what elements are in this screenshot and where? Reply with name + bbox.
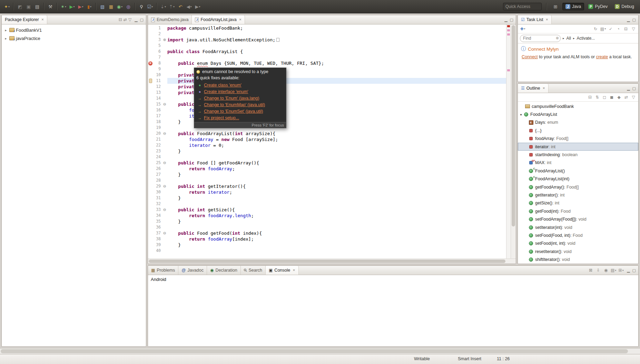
coverage-icon[interactable]: ▮▾	[85, 2, 93, 11]
close-icon[interactable]: ✕	[542, 87, 545, 90]
dropdown-arrow-icon[interactable]: ▾	[151, 5, 153, 8]
code-line[interactable]: 28	[148, 178, 506, 183]
fold-marker-icon[interactable]: ⊖	[162, 160, 167, 166]
pin-console-icon[interactable]: ◉	[602, 267, 609, 274]
expander-open-icon[interactable]: ▾	[519, 113, 523, 117]
minimize-icon[interactable]: ▁	[504, 18, 507, 22]
quick-fix-item[interactable]: →Fix project setup...	[194, 114, 286, 121]
quick-fix-item[interactable]: ●Create class 'enum'	[194, 82, 286, 88]
code-line[interactable]: 24	[148, 154, 506, 160]
code-line[interactable]: 22 iterator = 0;	[148, 142, 506, 148]
collapse-all-icon[interactable]: ⊟	[118, 17, 123, 22]
dropdown-arrow-icon[interactable]: ▾	[8, 5, 10, 8]
view-menu-icon[interactable]: ▽	[630, 94, 637, 101]
quick-fix-link[interactable]: Create interface 'enum'	[204, 89, 248, 94]
outline-item[interactable]: setFood(int, int) : void	[518, 240, 638, 247]
console-output[interactable]: Android	[148, 275, 638, 346]
link-with-editor-icon[interactable]: ⇄	[623, 94, 630, 101]
minimize-icon[interactable]: ▁	[135, 18, 137, 22]
dropdown-arrow-icon[interactable]: ▾	[199, 5, 200, 8]
next-annotation-icon[interactable]: ⇣▾	[159, 2, 167, 11]
clear-find-icon[interactable]: ⊗	[556, 36, 559, 40]
forward-icon[interactable]: ▶▾	[194, 2, 202, 11]
outline-item[interactable]: CFoodArrayList()	[518, 167, 638, 175]
previous-annotation-icon[interactable]: ⇡▾	[168, 2, 176, 11]
code-line[interactable]: 3⊕import java.util.NoSuchElementExceptio…	[148, 37, 506, 43]
outline-item[interactable]: foodArray : Food[]	[518, 135, 638, 143]
close-icon[interactable]: ✕	[545, 18, 548, 21]
code-line[interactable]: 39 }	[148, 242, 506, 248]
task-scope-all-link[interactable]: All	[567, 36, 571, 41]
maximize-icon[interactable]: ▢	[632, 268, 636, 273]
categorized-presentation-icon[interactable]: ▤▾	[600, 26, 607, 32]
code-line[interactable]: 6public class FoodArrayList {	[148, 49, 506, 54]
tab-outline[interactable]: ☰ Outline ✕	[518, 84, 549, 93]
scrollbar-thumb[interactable]	[149, 260, 505, 263]
new-task-icon[interactable]: ✚▾	[519, 26, 526, 32]
hide-static-members-icon[interactable]: ◼	[608, 94, 615, 101]
code-line[interactable]: 36	[148, 224, 506, 230]
outline-item[interactable]: getFood(int) : Food	[518, 207, 638, 215]
outline-item[interactable]: getIterator() : int	[518, 191, 638, 199]
collapse-all-icon[interactable]: ⊟	[587, 94, 593, 101]
outline-item[interactable]: getFoodArray() : Food[]	[518, 183, 638, 191]
synchronize-icon[interactable]: ↻	[592, 26, 599, 32]
hide-fields-icon[interactable]: ◻	[601, 94, 608, 101]
link-with-editor-icon[interactable]: ⇄	[123, 17, 128, 22]
maximize-icon[interactable]: ▢	[510, 18, 513, 22]
quick-fix-link[interactable]: Change to 'EnumMap' (java.util)	[204, 102, 265, 107]
outline-item[interactable]: setFood(Food, int) : Food	[518, 231, 638, 239]
new-package-icon[interactable]: ▦	[107, 2, 115, 11]
overview-ruler[interactable]	[506, 24, 511, 259]
perspective-java-button[interactable]: JJava	[562, 3, 584, 10]
close-icon[interactable]: ✕	[41, 18, 44, 21]
code-line[interactable]: 29⊖ public int getIterator(){	[148, 183, 506, 189]
editor-tab-enumdemo-java[interactable]: JEnumDemo.java	[148, 15, 192, 24]
fold-marker-icon[interactable]: ⊖	[162, 183, 167, 189]
outline-item[interactable]: getSize() : int	[518, 199, 638, 207]
fold-marker-icon[interactable]: ⊕	[162, 37, 167, 43]
collapse-all-tasks-icon[interactable]: ⊟	[622, 26, 629, 32]
dropdown-arrow-icon[interactable]: ▾	[524, 27, 525, 30]
outline-item[interactable]: iterator : int	[518, 143, 638, 151]
code-line[interactable]: 25⊖ public Food [] getFoodArray(){	[148, 160, 506, 166]
code-line[interactable]: 23 }	[148, 148, 506, 154]
mylyn-create-link[interactable]: create	[596, 54, 608, 59]
editor-horizontal-scrollbar[interactable]	[148, 259, 516, 264]
new-interface-icon[interactable]: ◎	[124, 2, 132, 11]
expander-icon[interactable]: ▸	[4, 28, 8, 32]
filter-completed-tasks-icon[interactable]: ✓	[607, 26, 614, 32]
save-icon[interactable]: ◩	[16, 2, 24, 11]
open-search-icon[interactable]: ⚲	[137, 2, 146, 11]
error-marker-icon[interactable]: ✕	[148, 61, 152, 65]
dropdown-arrow-icon[interactable]: ▾	[82, 5, 83, 8]
open-task-icon[interactable]: ☑▾	[146, 2, 154, 11]
maximize-icon[interactable]: ▢	[140, 18, 144, 22]
maximize-icon[interactable]: ▢	[632, 18, 636, 22]
code-line[interactable]: 32	[148, 201, 506, 207]
perspective-pydev-button[interactable]: PPyDev	[585, 3, 611, 10]
scrollbar-thumb[interactable]	[512, 25, 515, 226]
code-line[interactable]: 21 foodArray = new Food [arraySize];	[148, 136, 506, 142]
project-item[interactable]: ▸javaPractice	[2, 34, 146, 42]
quick-fix-link[interactable]: Fix project setup...	[204, 115, 239, 120]
run-external-tools-icon[interactable]: ▶▾	[77, 2, 85, 11]
debug-icon[interactable]: ✶▾	[59, 2, 68, 11]
perspective-debug-button[interactable]: DDebug	[612, 3, 637, 10]
window-horizontal-scrollbar[interactable]	[0, 348, 640, 354]
expander-icon[interactable]: ▸	[4, 37, 8, 40]
outline-item[interactable]: SFMAX : int	[518, 159, 638, 167]
build-all-icon[interactable]: ⚒	[46, 2, 55, 11]
outline-item[interactable]: setFoodArray(Food[]) : void	[518, 215, 638, 223]
code-line[interactable]: 1package campusvilleFoodBank;	[148, 25, 506, 31]
project-item[interactable]: ▸FoodBankV1	[2, 26, 146, 34]
code-line[interactable]: 34 return foodArray.length;	[148, 213, 506, 219]
close-icon[interactable]: ✕	[239, 18, 242, 21]
dropdown-arrow-icon[interactable]: ▾	[604, 27, 606, 30]
tab-javadoc[interactable]: @Javadoc	[178, 266, 207, 275]
tab-problems[interactable]: ▦Problems	[148, 266, 178, 275]
view-menu-icon[interactable]: ▽	[630, 26, 637, 32]
view-menu-icon[interactable]: ▽	[128, 17, 132, 22]
tab-package-explorer[interactable]: Package Explorer ✕	[2, 15, 47, 24]
outline-item[interactable]: shiftIterator() : void	[518, 255, 638, 263]
